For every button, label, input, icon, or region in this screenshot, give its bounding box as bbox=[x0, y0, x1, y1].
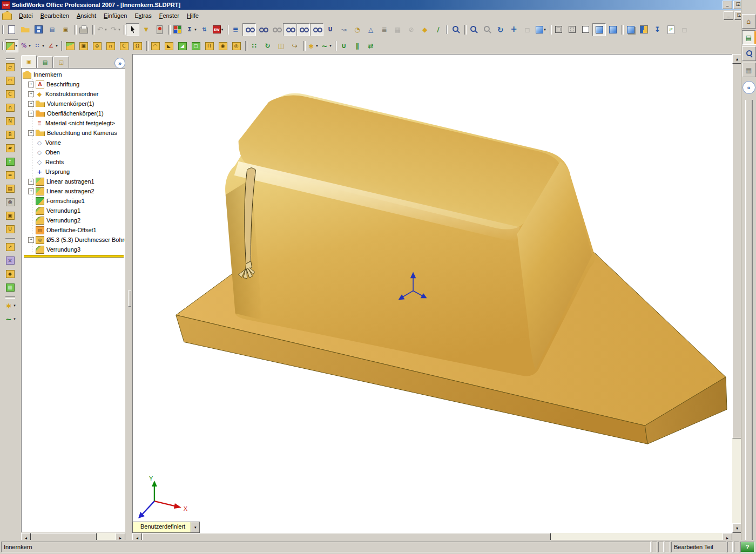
circular-pattern[interactable]: ↻ ▾ bbox=[261, 39, 274, 52]
simple-hole[interactable]: ◉ ▾ bbox=[216, 39, 230, 52]
lofted-surface[interactable]: ∩ ▾ bbox=[3, 101, 18, 114]
menu-item[interactable]: Einfügen bbox=[100, 11, 131, 21]
view-sketch-relations[interactable]: U ▾ bbox=[323, 23, 337, 36]
select[interactable]: ▾ bbox=[126, 23, 139, 36]
tree-item[interactable]: + ◎ Ø5.3 (5.3) Durchmesser Bohru bbox=[23, 235, 125, 245]
tree-expand-icon[interactable]: + bbox=[28, 82, 34, 87]
zoom-to-fit[interactable]: ▾ bbox=[467, 23, 480, 36]
freeform-surface[interactable]: B ▾ bbox=[3, 128, 18, 141]
hole-wizard[interactable]: ◎ ▾ bbox=[230, 39, 243, 52]
featuremanager-tab[interactable]: ▣ bbox=[21, 55, 37, 69]
tree-item[interactable]: + A Beschriftung bbox=[23, 79, 125, 89]
tree-root-item[interactable]: Innernkern bbox=[23, 70, 125, 79]
tree-item[interactable]: + Formschräge1 bbox=[23, 196, 125, 206]
graphics-area[interactable]: Y X Z Benutzerdefiniert ▾ bbox=[132, 54, 732, 533]
extend-surface[interactable]: ↗ ▾ bbox=[3, 240, 18, 254]
grid-settings[interactable]: ▦ ▾ bbox=[391, 23, 404, 36]
toolbar-button[interactable]: ▾ bbox=[445, 23, 449, 36]
chamfer[interactable]: ◣ ▾ bbox=[162, 39, 176, 52]
tree-item[interactable]: + ◇ Oben bbox=[23, 147, 125, 157]
reference-geometry-flyout[interactable]: ∗ ▾ bbox=[3, 299, 18, 312]
toolbar-button[interactable]: ▾ bbox=[72, 23, 77, 36]
tree-item[interactable]: + + Ursprung bbox=[23, 167, 125, 177]
stop-macro-light[interactable]: ▾ bbox=[153, 23, 166, 36]
file-explorer-tab[interactable] bbox=[742, 46, 756, 61]
options-list[interactable]: ≡ ▾ bbox=[229, 23, 242, 36]
scroll-thumb[interactable] bbox=[732, 64, 741, 438]
ruled-surface[interactable]: ▤ ▾ bbox=[3, 182, 18, 195]
extruded-surface[interactable]: ▱ ▾ bbox=[3, 60, 18, 74]
combine-bodies[interactable]: ∪ ▾ bbox=[337, 39, 350, 52]
viewport-vertical-scrollbar[interactable]: ▴ ▾ bbox=[732, 54, 741, 533]
hide-show-sketches-glasses[interactable]: ▾ bbox=[310, 23, 323, 36]
toolbar-button[interactable]: ▾ bbox=[225, 23, 229, 36]
panel-splitter[interactable] bbox=[126, 54, 132, 542]
menu-item[interactable]: Ansicht bbox=[73, 11, 100, 21]
split-bodies[interactable]: ∥ ▾ bbox=[350, 39, 364, 52]
display-states[interactable]: ◻ ▾ bbox=[678, 23, 691, 36]
sketch-pattern-flyout[interactable]: ∷ ▾ bbox=[32, 39, 45, 52]
draft[interactable]: ◢ ▾ bbox=[176, 39, 189, 52]
tree-item[interactable]: + ≣ Material <nicht festgelegt> bbox=[23, 118, 125, 128]
hide-show-coordinates-glasses[interactable]: ▾ bbox=[283, 23, 296, 36]
boundary-surface[interactable]: N ▾ bbox=[3, 114, 18, 128]
toolbar-button[interactable]: ▾ bbox=[1, 23, 5, 36]
draft-analysis[interactable]: ⊘ ▾ bbox=[404, 23, 418, 36]
solidworks-resources-tab[interactable]: ⌂ bbox=[742, 14, 756, 29]
tree-expand-icon[interactable]: + bbox=[28, 179, 34, 185]
revolved-surface[interactable]: ◠ ▾ bbox=[3, 74, 18, 87]
measure-tools-flyout[interactable]: Σ ▾ bbox=[184, 23, 198, 36]
toolbar-button[interactable]: ▾ bbox=[3, 294, 18, 299]
solidworks-resources[interactable]: SW ▾ bbox=[211, 23, 225, 36]
toolbar-button[interactable]: ▾ bbox=[90, 23, 94, 36]
shaded[interactable]: ▾ bbox=[606, 23, 619, 36]
hide-show-planes-glasses[interactable]: ▾ bbox=[242, 23, 256, 36]
minimize-button[interactable]: _ bbox=[723, 1, 732, 9]
tree-item[interactable]: + Volumenkörper(1) bbox=[23, 99, 125, 109]
tree-expand-icon[interactable]: + bbox=[28, 91, 34, 97]
dome[interactable]: Ω ▾ bbox=[131, 39, 144, 52]
selection-filter[interactable]: ▼ ▾ bbox=[139, 23, 153, 36]
extruded-cut[interactable]: ▣ ▾ bbox=[77, 39, 90, 52]
sketch-snap-flyout[interactable]: ∠ ▾ bbox=[45, 39, 59, 52]
model-3d-view[interactable]: Y X Z bbox=[133, 55, 732, 532]
toolbar-button[interactable]: ▾ bbox=[3, 236, 18, 240]
hide-show-annotations-glasses[interactable]: ▾ bbox=[296, 23, 310, 36]
tree-expand-icon[interactable]: + bbox=[28, 188, 34, 194]
hidden-lines-removed[interactable]: ▾ bbox=[579, 23, 592, 36]
toolbar-button[interactable]: ▾ bbox=[333, 39, 337, 52]
realview-graphics[interactable]: ▾ bbox=[637, 23, 651, 36]
section-view[interactable]: ↧ ▾ bbox=[651, 23, 664, 36]
toolbar-button[interactable]: ▾ bbox=[1, 39, 5, 52]
pan[interactable]: + ▾ bbox=[507, 23, 521, 36]
custom-properties-tab[interactable]: ▦ bbox=[742, 63, 756, 77]
toolbar-button[interactable]: ▾ bbox=[462, 23, 467, 36]
curves-flyout[interactable]: ∼ ▾ bbox=[319, 39, 333, 52]
menu-item[interactable]: Bearbeiten bbox=[37, 11, 73, 21]
tree-expand-icon[interactable]: + bbox=[28, 101, 34, 107]
thicken[interactable]: ▥ ▾ bbox=[3, 281, 18, 294]
mass-properties[interactable]: △ ▾ bbox=[364, 23, 377, 36]
save[interactable]: ▾ bbox=[32, 23, 45, 36]
menu-item[interactable]: Extras bbox=[131, 11, 155, 21]
tree-item[interactable]: + Linear austragen1 bbox=[23, 177, 125, 186]
lofted-boss-base[interactable]: ∩ ▾ bbox=[104, 39, 117, 52]
help-icon[interactable]: ? bbox=[740, 542, 754, 552]
tree-item[interactable]: + ▤ Oberfläche-Offset1 bbox=[23, 225, 125, 235]
rotate-view[interactable]: ↻ ▾ bbox=[494, 23, 507, 36]
rib[interactable]: Π ▾ bbox=[202, 39, 216, 52]
scroll-track[interactable] bbox=[732, 438, 741, 523]
check-model-flyout[interactable]: ⇅ ▾ bbox=[198, 23, 211, 36]
surface-fillet[interactable]: ◆ ▾ bbox=[3, 267, 18, 281]
curve-display[interactable]: ∕ ▾ bbox=[431, 23, 445, 36]
toolbar-button[interactable]: ▾ bbox=[548, 23, 552, 36]
hide-show-origins-glasses[interactable]: ▾ bbox=[269, 23, 283, 36]
design-library-tab[interactable]: ▤ bbox=[742, 30, 756, 45]
shell[interactable]: ▢ ▾ bbox=[189, 39, 202, 52]
tree-expand-icon[interactable]: + bbox=[28, 237, 34, 243]
doc-minimize-button[interactable]: _ bbox=[724, 11, 733, 20]
expand-panel-chevron-icon[interactable]: » bbox=[114, 58, 125, 69]
reference-geometry-flyout[interactable]: ∗ ▾ bbox=[306, 39, 319, 52]
dimension-flyout[interactable]: % ▾ bbox=[18, 39, 32, 52]
tree-item[interactable]: + Verrundung2 bbox=[23, 215, 125, 225]
